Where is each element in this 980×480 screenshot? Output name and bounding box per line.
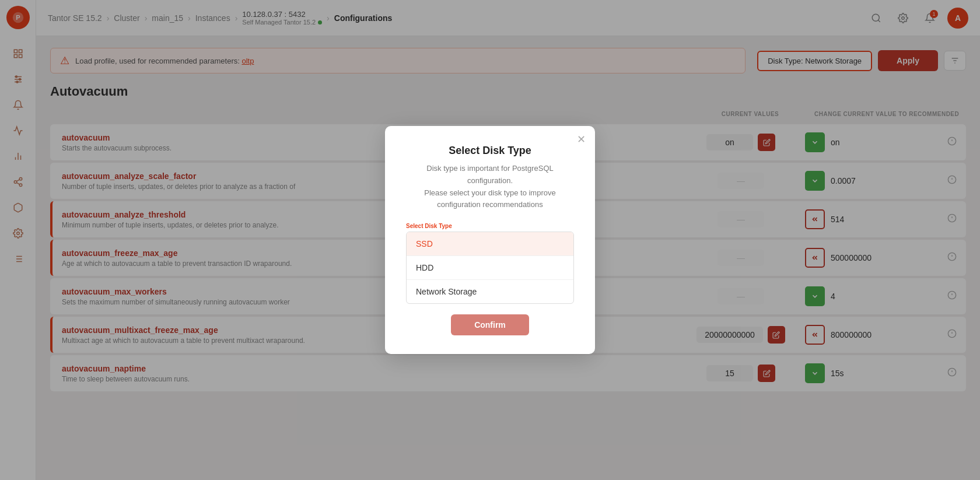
modal-confirm-button[interactable]: Confirm xyxy=(451,314,529,335)
disk-option-hdd[interactable]: HDD xyxy=(407,256,573,280)
disk-type-dropdown: SSD HDD Network Storage xyxy=(406,232,574,304)
modal-title: Select Disk Type xyxy=(406,145,574,157)
modal-overlay[interactable]: ✕ Select Disk Type Disk type is importan… xyxy=(0,0,980,480)
modal-actions: Confirm xyxy=(406,314,574,335)
modal-description: Disk type is important for PostgreSQL co… xyxy=(406,163,574,211)
select-disk-type-modal: ✕ Select Disk Type Disk type is importan… xyxy=(385,126,595,354)
modal-select-label: Select Disk Type xyxy=(406,223,574,229)
modal-close-button[interactable]: ✕ xyxy=(577,134,586,145)
disk-option-network-storage[interactable]: Network Storage xyxy=(407,280,573,303)
disk-option-ssd[interactable]: SSD xyxy=(407,232,573,256)
